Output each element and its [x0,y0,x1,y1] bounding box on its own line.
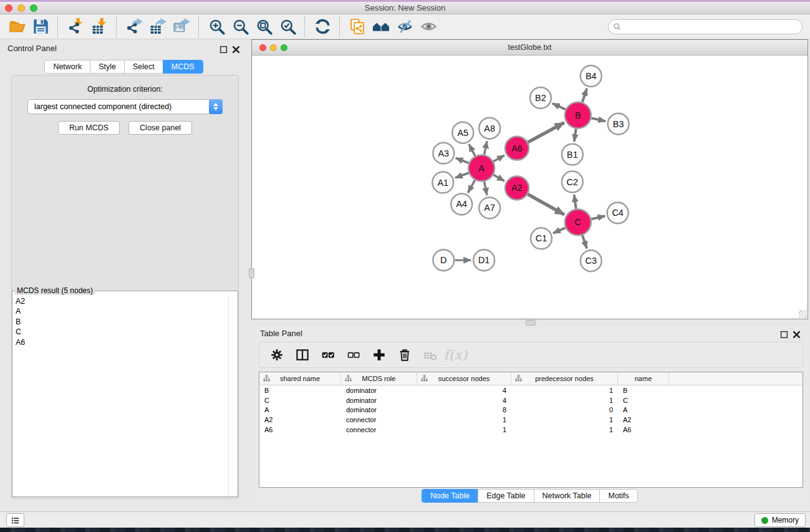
import-network-icon[interactable] [66,17,85,36]
mcds-result-scrollbar[interactable] [228,295,238,496]
table-row-c[interactable]: Cdominator41C [259,395,803,405]
graph-edge-A-A2[interactable] [493,175,504,181]
network-minimize-button[interactable] [270,44,277,51]
add-column-icon[interactable] [372,347,387,362]
cell-predecessor-nodes: 0 [511,406,618,414]
mcds-result-item-a[interactable]: A [12,306,228,316]
graph-edge-A-A1[interactable] [455,173,469,178]
close-table-panel-icon[interactable] [793,330,801,338]
toggle-columns-icon[interactable] [295,347,310,362]
graph-edge-A6-B[interactable] [528,123,564,143]
mcds-panel: Optimization criterion: largest connecte… [11,75,239,499]
column-header-shared-name[interactable]: shared name [259,372,341,385]
table-row-a2[interactable]: A2connector11A2 [259,415,803,425]
table-row-a6[interactable]: A6connector11A6 [259,425,803,435]
table-row-a[interactable]: Adominator80A [259,405,803,415]
criterion-dropdown-value: largest connected component (directed) [34,102,171,111]
column-header-name[interactable]: name [618,372,669,385]
cell-name: A6 [618,426,669,433]
graph-edge-A-A4[interactable] [468,180,475,193]
table-tab-motifs[interactable]: Motifs [599,489,637,503]
search-field[interactable] [608,19,803,34]
cell-shared-name: A6 [259,426,341,433]
export-image-icon[interactable] [172,17,191,36]
deselect-all-rows-icon[interactable] [346,347,361,362]
mcds-result-item-b[interactable]: B [12,317,228,327]
graph-edge-C-C1[interactable] [553,228,566,233]
graph-edge-A-A8[interactable] [485,141,487,155]
column-header-predecessor-nodes[interactable]: predecessor nodes [511,372,618,385]
close-panel-icon[interactable] [232,45,240,53]
zoom-window-button[interactable] [30,4,37,12]
table-row-b[interactable]: Bdominator41B [259,385,803,395]
network-window-title: testGlobe.txt [252,40,808,55]
graph-edge-B-B2[interactable] [552,104,566,110]
close-window-button[interactable] [5,4,12,12]
graph-edge-C-C2[interactable] [574,195,576,208]
application-window: Session: New Session Control Panel Netwo… [0,0,810,532]
run-mcds-button[interactable]: Run MCDS [58,121,120,135]
close-panel-button[interactable]: Close panel [128,121,192,135]
graph-edge-B-B1[interactable] [574,129,576,142]
vertical-splitter-grip[interactable] [249,268,254,278]
column-header-mcds-role[interactable]: MCDS role [341,372,417,385]
graph-edge-C-C4[interactable] [591,216,605,219]
toggle-graphics-details-icon[interactable] [419,17,438,36]
table-tab-node-table[interactable]: Node Table [422,489,478,503]
hide-panels-icon[interactable] [395,17,414,36]
mcds-result-item-a2[interactable]: A2 [12,296,228,306]
tab-mcds[interactable]: MCDS [163,60,203,74]
graph-edge-A-A3[interactable] [456,158,469,163]
network-window-title-bar[interactable]: testGlobe.txt [252,40,808,56]
graph-edge-A-A6[interactable] [493,155,504,162]
export-table-icon[interactable] [148,17,167,36]
cell-shared-name: A [259,406,341,414]
select-all-rows-icon[interactable] [321,347,335,362]
graph-edge-B-B4[interactable] [582,89,587,102]
task-history-button[interactable] [6,513,24,527]
app-title-bar: Session: New Session [0,2,810,14]
minimize-window-button[interactable] [17,4,25,12]
graph-node-label-A4: A4 [456,199,467,209]
graph-edge-C-C3[interactable] [582,235,587,248]
dropdown-stepper-icon [209,99,223,114]
export-network-icon[interactable] [125,17,143,36]
graph-edge-A2-C[interactable] [528,194,564,215]
graph-edge-A-A5[interactable] [469,144,475,156]
import-table-icon[interactable] [90,17,108,36]
mcds-result-box: MCDS result (5 nodes) A2ABCA6 [12,286,238,497]
refresh-network-icon[interactable] [313,17,332,36]
mcds-result-item-c[interactable]: C [12,327,228,337]
tab-network[interactable]: Network [44,60,90,74]
node-table: shared nameMCDS rolesuccessor nodesprede… [259,372,803,488]
open-folder-icon[interactable] [7,17,26,36]
tab-select[interactable]: Select [124,60,163,74]
zoom-fit-icon[interactable] [254,17,273,36]
zoom-in-icon[interactable] [207,17,226,36]
tab-style[interactable]: Style [90,60,125,74]
window-resize-grip[interactable] [799,310,807,318]
clone-network-icon[interactable] [348,17,367,36]
network-close-button[interactable] [259,44,266,51]
save-session-icon[interactable] [31,17,50,36]
column-header-successor-nodes[interactable]: successor nodes [417,372,511,385]
table-tab-edge-table[interactable]: Edge Table [478,489,534,503]
table-settings-icon[interactable] [269,347,284,362]
criterion-dropdown[interactable]: largest connected component (directed) [27,99,223,114]
network-canvas[interactable]: B4B2BB3A8A5A6B1A3AA1C2A2A4A7C4CC1DD1C3 [252,56,808,319]
mcds-result-item-a6[interactable]: A6 [12,337,228,347]
horizontal-splitter-grip[interactable] [526,320,536,326]
zoom-out-icon[interactable] [231,17,249,36]
network-zoom-button[interactable] [281,44,287,51]
table-tab-network-table[interactable]: Network Table [534,489,600,503]
mcds-result-list: A2ABCA6 [12,295,228,496]
graph-edge-A-A7[interactable] [485,181,487,195]
search-input[interactable] [622,21,798,33]
memory-button[interactable]: Memory [755,513,806,527]
open-recent-session-icon[interactable] [372,17,390,36]
delete-column-icon[interactable] [397,347,412,362]
float-panel-icon[interactable] [219,45,228,53]
graph-edge-B-B3[interactable] [591,118,605,121]
float-table-panel-icon[interactable] [780,330,788,338]
zoom-selected-icon[interactable] [278,17,297,36]
